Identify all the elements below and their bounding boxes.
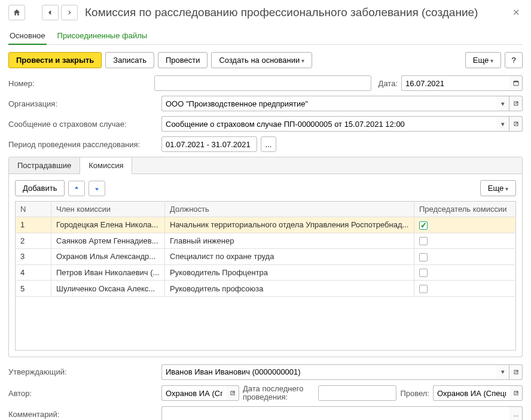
svg-rect-1 — [514, 81, 518, 83]
cell-n: 2 — [16, 233, 51, 249]
cell-position: Руководитель Профцентра — [165, 264, 414, 281]
period-picker-button[interactable]: ... — [261, 136, 276, 152]
table-row[interactable]: 3Охранов Илья Александр...Специалист по … — [16, 249, 516, 265]
commission-panel: Пострадавшие Комиссия Добавить Еще N Чле… — [8, 157, 523, 357]
tab-commission[interactable]: Комиссия — [80, 157, 132, 174]
table-row[interactable]: 5Шуличенко Оксана Алекс...Руководитель п… — [16, 281, 516, 297]
open-icon[interactable] — [509, 364, 523, 380]
panel-more-button[interactable]: Еще — [480, 180, 516, 196]
open-icon[interactable] — [226, 385, 239, 401]
open-icon[interactable] — [509, 96, 523, 111]
cell-member: Саянков Артем Геннадиев... — [51, 233, 165, 249]
create-based-button[interactable]: Создать на основании — [211, 52, 312, 68]
case-input[interactable] — [161, 116, 496, 132]
cell-chair[interactable] — [414, 264, 516, 281]
action-toolbar: Провести и закрыть Записать Провести Соз… — [8, 52, 523, 68]
poster-input[interactable] — [433, 385, 509, 401]
tab-victims[interactable]: Пострадавшие — [9, 157, 80, 174]
post-button[interactable]: Провести — [158, 52, 208, 68]
lastpost-input[interactable] — [318, 385, 396, 401]
period-input[interactable] — [161, 136, 257, 152]
org-input[interactable] — [161, 96, 496, 111]
cell-member: Шуличенко Оксана Алекс... — [51, 281, 165, 297]
tab-attached[interactable]: Присоединенные файлы — [56, 28, 149, 45]
org-label: Организация: — [8, 99, 158, 108]
cell-member: Петров Иван Николаевич (... — [51, 264, 165, 281]
tab-main[interactable]: Основное — [8, 28, 47, 45]
cell-position: Главный инженер — [165, 233, 414, 249]
close-icon[interactable]: ✕ — [510, 5, 523, 20]
number-label: Номер: — [8, 79, 42, 88]
more-button[interactable]: Еще — [465, 52, 501, 68]
move-down-icon[interactable] — [89, 181, 105, 196]
date-label: Дата: — [379, 79, 398, 88]
lastpost-label: Дата последнего проведения: — [243, 385, 315, 402]
author-label: Автор: — [8, 389, 158, 398]
approver-label: Утверждающий: — [8, 367, 158, 376]
poster-label: Провел: — [400, 389, 429, 398]
cell-chair[interactable] — [414, 233, 516, 249]
dropdown-icon[interactable]: ▾ — [496, 364, 509, 380]
cell-position: Руководитель профсоюза — [165, 281, 414, 297]
cell-member: Охранов Илья Александр... — [51, 249, 165, 265]
table-row[interactable]: 1Городецкая Елена Никола...Начальник тер… — [16, 217, 516, 233]
cell-chair[interactable] — [414, 249, 516, 265]
help-button[interactable]: ? — [505, 52, 523, 68]
cell-n: 3 — [16, 249, 51, 265]
grid-empty-area — [15, 297, 516, 351]
save-button[interactable]: Записать — [105, 52, 154, 68]
cell-member: Городецкая Елена Никола... — [51, 217, 165, 233]
back-icon[interactable] — [42, 5, 59, 20]
commission-table: N Член комиссии Должность Председатель к… — [15, 201, 516, 297]
period-label: Период проведения расследования: — [8, 140, 158, 149]
post-close-button[interactable]: Провести и закрыть — [8, 52, 102, 68]
col-chair[interactable]: Председатель комиссии — [414, 202, 516, 217]
dropdown-icon[interactable]: ▾ — [496, 96, 509, 111]
add-button[interactable]: Добавить — [15, 180, 65, 196]
col-position[interactable]: Должность — [165, 202, 414, 217]
cell-n: 1 — [16, 217, 51, 233]
comment-label: Комментарий: — [8, 410, 158, 419]
page-title: Комиссия по расследованию профессиональн… — [85, 6, 508, 19]
cell-n: 4 — [16, 264, 51, 281]
open-icon[interactable] — [509, 116, 523, 132]
open-icon[interactable] — [509, 385, 523, 401]
date-input[interactable] — [401, 75, 509, 91]
case-label: Сообщение о страховом случае: — [8, 120, 158, 129]
move-up-icon[interactable] — [68, 181, 85, 196]
ellipsis-icon[interactable]: ... — [509, 406, 523, 420]
cell-position: Начальник территориального отдела Управл… — [165, 217, 414, 233]
home-icon[interactable] — [8, 5, 25, 20]
nav-tabs: Основное Присоединенные файлы — [8, 28, 523, 45]
table-row[interactable]: 4Петров Иван Николаевич (...Руководитель… — [16, 264, 516, 281]
number-input[interactable] — [154, 75, 371, 91]
calendar-icon[interactable] — [509, 75, 523, 91]
dropdown-icon[interactable]: ▾ — [496, 116, 509, 132]
col-n[interactable]: N — [16, 202, 51, 217]
forward-icon[interactable] — [61, 5, 78, 20]
cell-chair[interactable] — [414, 217, 516, 233]
table-row[interactable]: 2Саянков Артем Геннадиев...Главный инжен… — [16, 233, 516, 249]
col-member[interactable]: Член комиссии — [51, 202, 165, 217]
cell-n: 5 — [16, 281, 51, 297]
cell-chair[interactable] — [414, 281, 516, 297]
cell-position: Специалист по охране труда — [165, 249, 414, 265]
author-input[interactable] — [161, 385, 226, 401]
approver-input[interactable] — [161, 364, 496, 380]
comment-input[interactable] — [161, 406, 509, 420]
